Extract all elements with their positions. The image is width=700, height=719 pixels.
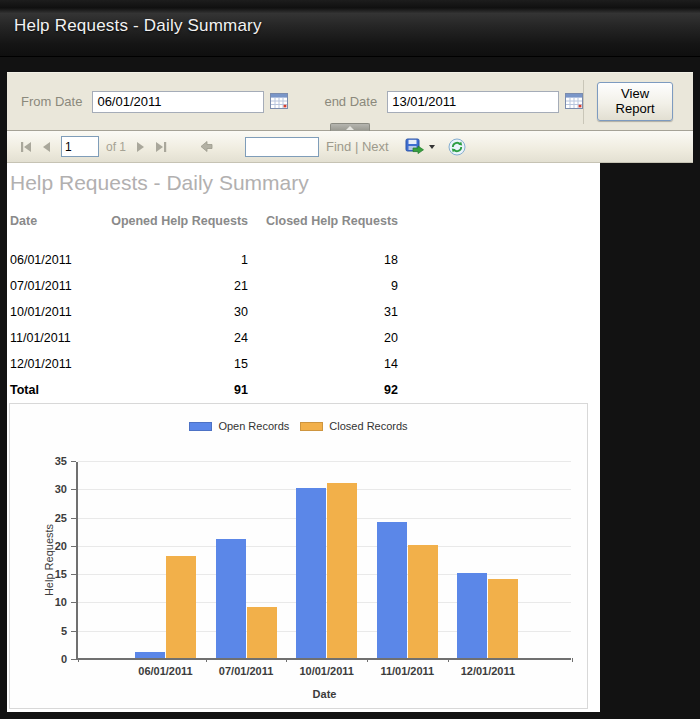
refresh-icon[interactable]: [448, 138, 466, 156]
from-date-calendar-button[interactable]: [270, 93, 288, 110]
x-tick-mark: [572, 658, 573, 662]
x-tick-mark: [78, 658, 79, 662]
table-cell: 9: [248, 273, 398, 299]
chart-legend: Open RecordsClosed Records: [10, 420, 587, 432]
table-cell: 21: [110, 273, 248, 299]
app-header: Help Requests - Daily Summary: [0, 0, 700, 57]
legend-item: Closed Records: [300, 420, 407, 432]
previous-page-icon[interactable]: [42, 141, 52, 153]
chevron-up-icon: [346, 126, 354, 130]
legend-label: Closed Records: [329, 420, 407, 432]
end-date-calendar-button[interactable]: [565, 93, 583, 110]
export-icon[interactable]: [405, 138, 425, 155]
column-header: Opened Help Requests: [110, 211, 248, 231]
end-date-label: end Date: [324, 94, 377, 109]
bar-closed-records: [247, 607, 277, 658]
x-tick-mark: [206, 658, 207, 662]
y-tick-label: 15: [37, 568, 67, 580]
report-viewer-window: { "header": { "title": "Help Requests - …: [0, 0, 700, 719]
next-page-icon[interactable]: [135, 141, 145, 153]
export-dropdown-caret-icon[interactable]: [429, 145, 435, 149]
table-cell: 31: [248, 299, 398, 325]
bar-closed-records: [166, 556, 196, 658]
view-report-button[interactable]: View Report: [597, 82, 673, 121]
from-date-input[interactable]: [92, 91, 264, 113]
find-next-links[interactable]: Find | Next: [326, 139, 389, 154]
table-cell: 30: [110, 299, 248, 325]
table-cell: 24: [110, 325, 248, 351]
chart-plot-area: Help Requests Date 0510152025303506/01/2…: [76, 462, 571, 660]
y-tick-label: 10: [37, 596, 67, 608]
y-tick-mark: [71, 546, 76, 547]
bar-open-records: [216, 539, 246, 658]
page-number-input[interactable]: [61, 136, 99, 157]
column-header: Date: [10, 211, 110, 231]
collapse-parameters-handle[interactable]: [330, 123, 370, 131]
from-date-label: From Date: [21, 94, 82, 109]
y-tick-label: 25: [37, 512, 67, 524]
bar-open-records: [457, 573, 487, 658]
table-total-row: Total9192: [10, 377, 398, 403]
table-cell: 14: [248, 351, 398, 377]
bar-closed-records: [408, 545, 438, 658]
legend-swatch: [189, 422, 212, 431]
back-to-parent-report-icon[interactable]: [200, 140, 214, 153]
bar-closed-records: [327, 483, 357, 658]
x-tick-label: 11/01/2011: [362, 665, 452, 677]
report-content-area: Help Requests - Daily Summary DateOpened…: [7, 163, 600, 712]
table-cell: 06/01/2011: [10, 247, 110, 273]
table-row: 06/01/2011118: [10, 247, 398, 273]
table-row: 11/01/20112420: [10, 325, 398, 351]
bar-open-records: [135, 652, 165, 658]
y-tick-label: 30: [37, 483, 67, 495]
y-tick-mark: [71, 489, 76, 490]
table-cell: 20: [248, 325, 398, 351]
y-tick-mark: [71, 461, 76, 462]
end-date-input[interactable]: [387, 91, 559, 113]
page-count-label: of 1: [106, 140, 126, 154]
y-tick-label: 5: [37, 625, 67, 637]
table-header-row: DateOpened Help RequestsClosed Help Requ…: [10, 211, 398, 231]
y-tick-mark: [71, 631, 76, 632]
y-tick-mark: [71, 518, 76, 519]
report-title: Help Requests - Daily Summary: [10, 171, 600, 195]
y-tick-label: 20: [37, 540, 67, 552]
x-tick-label: 07/01/2011: [201, 665, 291, 677]
table-row: 07/01/2011219: [10, 273, 398, 299]
y-tick-mark: [71, 659, 76, 660]
calendar-icon: [270, 97, 288, 112]
y-axis-title: Help Requests: [43, 480, 55, 640]
legend-label: Open Records: [218, 420, 289, 432]
table-cell: 10/01/2011: [10, 299, 110, 325]
bar-closed-records: [488, 579, 518, 658]
find-input[interactable]: [245, 137, 319, 157]
x-tick-label: 10/01/2011: [282, 665, 372, 677]
calendar-icon: [565, 97, 583, 112]
y-tick-label: 0: [37, 653, 67, 665]
x-axis-title: Date: [78, 688, 571, 700]
table-cell: 12/01/2011: [10, 351, 110, 377]
legend-item: Open Records: [189, 420, 289, 432]
legend-swatch: [300, 422, 323, 431]
table-cell: 91: [110, 377, 248, 403]
table-cell: 1: [110, 247, 248, 273]
table-cell: 92: [248, 377, 398, 403]
table-row: 12/01/20111514: [10, 351, 398, 377]
gridline: [78, 461, 571, 462]
y-tick-mark: [71, 574, 76, 575]
x-tick-label: 06/01/2011: [121, 665, 211, 677]
y-tick-mark: [71, 602, 76, 603]
x-tick-label: 12/01/2011: [443, 665, 533, 677]
table-cell: 15: [110, 351, 248, 377]
first-page-icon[interactable]: [19, 141, 33, 153]
last-page-icon[interactable]: [154, 141, 168, 153]
x-tick-mark: [286, 658, 287, 662]
parameters-panel: From Date end Date View Report: [7, 72, 693, 130]
table-row: 10/01/20113031: [10, 299, 398, 325]
spacer-row: [10, 231, 398, 247]
table-cell: 11/01/2011: [10, 325, 110, 351]
y-tick-label: 35: [37, 455, 67, 467]
x-tick-mark: [448, 658, 449, 662]
table-cell: 18: [248, 247, 398, 273]
summary-table: DateOpened Help RequestsClosed Help Requ…: [10, 211, 398, 403]
